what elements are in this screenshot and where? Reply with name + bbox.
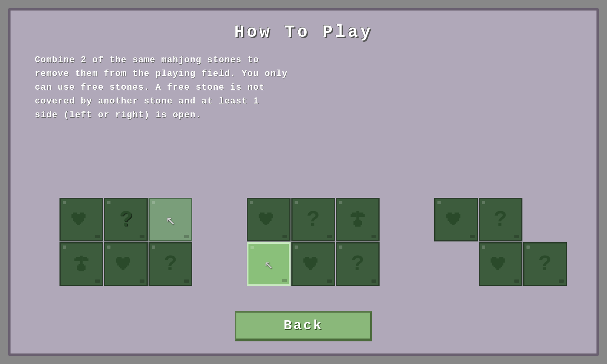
svg-rect-12 (86, 258, 89, 261)
svg-rect-34 (350, 214, 353, 217)
svg-rect-53 (452, 222, 454, 225)
tile (59, 198, 103, 241)
heart-icon-6 (489, 253, 512, 275)
tile: ? (291, 198, 335, 241)
tile-group-3: ? (434, 198, 548, 295)
tile: ? (104, 198, 148, 241)
svg-rect-30 (264, 222, 267, 225)
tile: ? (149, 242, 192, 286)
tile (434, 198, 478, 241)
svg-rect-37 (353, 221, 362, 226)
heart-icon-4 (302, 253, 325, 275)
svg-rect-61 (496, 267, 499, 270)
question-icon-4: ? (351, 252, 364, 277)
tile (336, 198, 380, 241)
question-icon-2: ? (164, 252, 177, 277)
question-icon-5: ? (494, 207, 507, 232)
svg-rect-11 (74, 258, 77, 261)
sprout-icon (70, 253, 93, 275)
heart-icon-3 (257, 208, 280, 231)
svg-rect-22 (122, 267, 125, 270)
svg-rect-31 (356, 211, 359, 220)
main-container: How To Play Combine 2 of the same mahjon… (8, 8, 599, 356)
tile: ? (479, 198, 522, 241)
tiles-area: ? ↖ (35, 138, 572, 295)
tile (59, 242, 103, 286)
question-icon: ? (119, 207, 132, 232)
instructions-text: Combine 2 of the same mahjong stones to … (35, 53, 572, 122)
sprout-icon-2 (346, 208, 369, 231)
tile-free: ↖ (149, 198, 192, 241)
heart-icon (70, 208, 93, 231)
tile (247, 198, 291, 241)
tile-selected: ↖ (247, 242, 291, 286)
tile: ? (336, 242, 380, 286)
tile: ? (523, 242, 567, 286)
heart-icon-5 (445, 208, 467, 231)
svg-rect-45 (309, 267, 312, 270)
question-icon-3: ? (307, 207, 320, 232)
back-button-label: Back (284, 318, 323, 333)
heart-icon-2 (115, 253, 137, 275)
cursor-icon-2: ↖ (264, 255, 273, 273)
svg-rect-7 (77, 222, 80, 225)
tile-group-2: ? (247, 198, 384, 295)
svg-rect-8 (80, 256, 83, 264)
tile (291, 242, 335, 286)
page-title: How To Play (234, 23, 373, 42)
tile (479, 242, 522, 286)
cursor-icon: ↖ (166, 210, 175, 229)
tile-group-1: ? ↖ (59, 198, 197, 295)
svg-rect-14 (77, 266, 86, 270)
tile (104, 242, 148, 286)
back-button[interactable]: Back (235, 311, 372, 341)
svg-rect-35 (362, 214, 365, 217)
question-icon-6: ? (538, 252, 551, 277)
